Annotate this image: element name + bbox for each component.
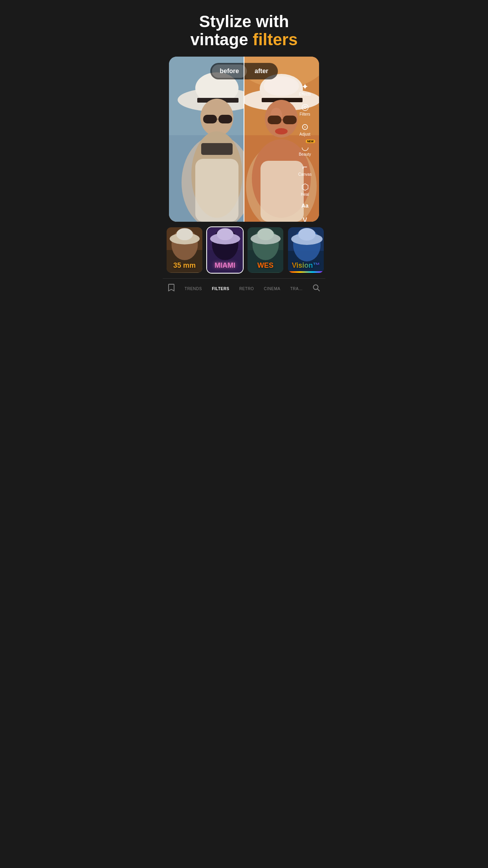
svg-line-56 (317, 289, 319, 291)
beauty-tool[interactable]: ◡ Beauty (295, 140, 315, 159)
split-image: ✦ Effects ◎ Filters ⊙ Adjust NEW (169, 57, 319, 222)
svg-rect-11 (195, 159, 238, 222)
right-toolbar: ✦ Effects ◎ Filters ⊙ Adjust NEW (295, 80, 315, 222)
image-container: before after (169, 57, 319, 222)
filters-tool[interactable]: ◎ Filters (295, 100, 315, 119)
nav-search[interactable] (309, 282, 323, 295)
filter-wes[interactable]: WES (247, 226, 284, 274)
filter-row: 35 mm MIAMI (163, 222, 325, 278)
chevron-down-icon: ∨ (302, 215, 308, 222)
new-badge: NEW (306, 140, 315, 143)
filter-35mm[interactable]: 35 mm (166, 226, 203, 274)
text-wrapper: Aa (295, 200, 315, 211)
heal-label: Heal (301, 192, 309, 197)
svg-rect-54 (288, 271, 325, 273)
beauty-icon: ◡ (301, 143, 309, 151)
svg-rect-7 (203, 115, 217, 123)
canvas-tool[interactable]: ⌐ Canvas (295, 160, 315, 179)
nav-trends[interactable]: TRENDS (182, 285, 205, 292)
svg-point-35 (176, 228, 193, 241)
filter-vision-label: Vision™ (288, 261, 324, 270)
nav-filters[interactable]: FILTERS (209, 285, 232, 292)
effects-wrapper: ✦ Effects (295, 80, 315, 99)
more-tool[interactable]: ∨ (295, 213, 315, 222)
heal-tool[interactable]: ⬡ Heal (295, 180, 315, 199)
svg-rect-12 (201, 143, 233, 155)
retro-label: RETRO (239, 287, 254, 291)
adjust-tool[interactable]: ⊙ Adjust (295, 120, 315, 139)
heal-wrapper: ⬡ Heal (295, 180, 315, 199)
nav-bookmark[interactable] (165, 282, 178, 296)
text-icon: Aa (301, 203, 308, 208)
nav-tra[interactable]: TRA... (287, 285, 306, 292)
canvas-icon: ⌐ (303, 163, 308, 171)
before-image (169, 57, 244, 222)
filter-miami[interactable]: MIAMI (206, 226, 244, 274)
header-line1: Stylize with (199, 12, 289, 31)
svg-rect-8 (218, 115, 232, 123)
split-divider (244, 57, 244, 222)
header: Stylize with vintage filters (163, 0, 325, 57)
effects-tool[interactable]: ✦ Effects (295, 80, 315, 99)
trends-label: TRENDS (185, 287, 202, 291)
more-wrapper: ∨ (295, 213, 315, 222)
nav-retro[interactable]: RETRO (236, 285, 257, 292)
before-button[interactable]: before (212, 64, 247, 78)
text-tool[interactable]: Aa (295, 200, 315, 211)
adjust-label: Adjust (299, 132, 310, 136)
filters-wrapper: ◎ Filters (295, 100, 315, 119)
after-button[interactable]: after (247, 64, 276, 78)
header-line2: vintage (190, 30, 248, 49)
canvas-wrapper: ⌐ Canvas (295, 160, 315, 179)
adjust-icon: ⊙ (301, 123, 308, 131)
filter-wes-label: WES (248, 261, 283, 270)
nav-cinema[interactable]: CINEMA (261, 285, 284, 292)
header-highlight: filters (253, 30, 297, 49)
effects-icon: ✦ (301, 83, 308, 91)
effects-label: Effects (299, 92, 311, 96)
bookmark-icon (168, 283, 175, 294)
adjust-wrapper: ⊙ Adjust (295, 120, 315, 139)
beauty-wrapper: NEW ◡ Beauty (295, 140, 315, 159)
before-scene (169, 57, 244, 222)
beauty-label: Beauty (299, 152, 311, 156)
filter-vision[interactable]: Vision™ (287, 226, 325, 274)
search-icon (312, 284, 320, 294)
bottom-nav: TRENDS FILTERS RETRO CINEMA TRA... (163, 278, 325, 302)
filter-miami-label: MIAMI (207, 261, 243, 270)
filters-label: Filters (299, 112, 310, 116)
cinema-label: CINEMA (264, 287, 281, 291)
header-title: Stylize with vintage filters (171, 13, 317, 49)
heal-icon: ⬡ (301, 183, 309, 191)
filter-35mm-label: 35 mm (167, 261, 202, 270)
canvas-label: Canvas (298, 172, 312, 177)
filters-icon: ◎ (301, 103, 309, 111)
filters-nav-label: FILTERS (212, 287, 229, 291)
tra-label: TRA... (290, 287, 303, 291)
